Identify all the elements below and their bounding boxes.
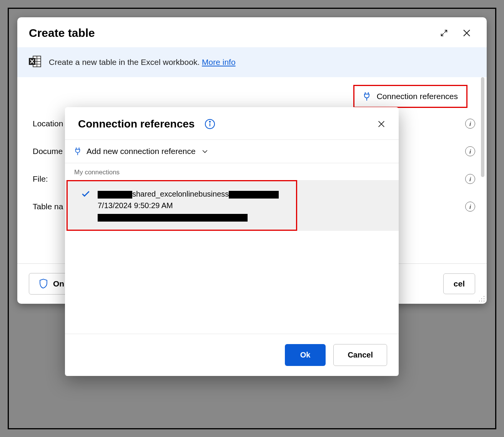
info-icon[interactable]: i	[465, 119, 475, 129]
add-connection-label: Add new connection reference	[86, 147, 196, 156]
info-icon[interactable]: i	[465, 174, 475, 184]
redacted-text	[229, 191, 279, 199]
plug-icon	[74, 147, 81, 156]
shield-icon	[39, 279, 48, 289]
check-icon	[81, 189, 91, 223]
popover-title: Connection references	[78, 118, 195, 130]
close-icon[interactable]	[377, 120, 386, 128]
cancel-button[interactable]: Cancel	[333, 344, 387, 366]
connection-references-button[interactable]: Connection references	[353, 85, 467, 108]
plug-icon	[363, 91, 371, 101]
svg-point-6	[484, 296, 484, 297]
connection-text: shared_excelonlinebusiness 7/13/2024 9:5…	[98, 188, 279, 223]
svg-point-14	[210, 121, 211, 122]
description-text: Create a new table in the Excel workbook…	[49, 58, 236, 67]
only-button-label: On	[53, 279, 64, 288]
redacted-text	[98, 191, 132, 199]
description-bar: Create a new table in the Excel workbook…	[17, 47, 487, 77]
my-connections-label: My connections	[65, 163, 399, 180]
svg-point-10	[481, 301, 482, 301]
info-icon[interactable]: i	[465, 202, 475, 212]
connection-name-middle: shared_excelonlinebusiness	[132, 190, 229, 198]
connection-detail	[98, 211, 279, 223]
svg-point-8	[484, 301, 484, 301]
scrollbar[interactable]	[481, 77, 484, 177]
popover-header: Connection references	[65, 107, 399, 140]
chevron-down-icon	[201, 147, 209, 155]
connection-timestamp: 7/13/2024 9:50:29 AM	[98, 200, 279, 211]
svg-point-11	[479, 301, 480, 301]
connection-references-popover: Connection references Add new connection…	[65, 107, 399, 376]
popover-footer: Ok Cancel	[65, 334, 399, 376]
cancel-button-truncated[interactable]: cel	[443, 273, 475, 294]
dialog-header: Create table	[17, 17, 487, 47]
resize-handle-icon[interactable]	[478, 295, 485, 302]
window-frame: Create table Create a new table i	[8, 8, 496, 429]
ok-button[interactable]: Ok	[285, 344, 326, 366]
connection-name: shared_excelonlinebusiness	[98, 188, 279, 200]
svg-point-9	[481, 298, 482, 299]
connection-item[interactable]: shared_excelonlinebusiness 7/13/2024 9:5…	[67, 180, 297, 231]
add-connection-reference[interactable]: Add new connection reference	[65, 140, 399, 163]
cancel-label-trunc: cel	[454, 279, 465, 288]
info-icon[interactable]: i	[465, 146, 475, 156]
close-icon[interactable]	[462, 28, 471, 38]
connection-item-row[interactable]: shared_excelonlinebusiness 7/13/2024 9:5…	[65, 180, 399, 231]
dialog-title: Create table	[29, 26, 440, 40]
redacted-text	[98, 214, 248, 222]
connection-item-spacer	[299, 180, 399, 231]
more-info-link[interactable]: More info	[202, 58, 236, 66]
svg-point-7	[484, 298, 484, 299]
info-icon[interactable]	[205, 119, 215, 129]
excel-icon	[29, 56, 41, 69]
description-label: Create a new table in the Excel workbook…	[49, 58, 200, 66]
expand-icon[interactable]	[440, 29, 448, 37]
connection-references-label: Connection references	[377, 92, 458, 101]
